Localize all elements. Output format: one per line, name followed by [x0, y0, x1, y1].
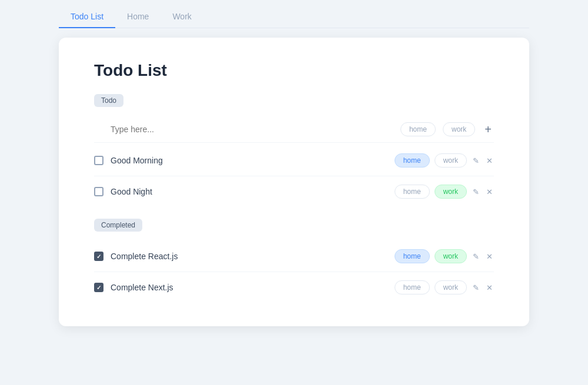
edit-icon-good-night[interactable]: ✎ [472, 186, 480, 197]
tab-home[interactable]: Home [115, 6, 161, 28]
tabs-bar: Todo List Home Work [59, 6, 529, 28]
todo-item-good-morning: Good Morning home work ✎ ✕ [94, 145, 494, 176]
tag-work-good-morning[interactable]: work [435, 153, 467, 168]
item-actions-complete-reactjs: home work ✎ ✕ [395, 249, 494, 263]
input-tag-home[interactable]: home [400, 122, 436, 136]
item-text-good-night: Good Night [111, 187, 387, 196]
tag-work-good-night[interactable]: work [435, 185, 467, 199]
checkbox-good-night[interactable] [94, 187, 103, 196]
tab-todo-list[interactable]: Todo List [59, 6, 115, 28]
todo-input[interactable] [94, 125, 393, 134]
edit-icon-good-morning[interactable]: ✎ [472, 155, 480, 166]
checkbox-good-morning[interactable] [94, 156, 103, 165]
todo-section-label: Todo [94, 94, 123, 107]
tag-home-good-night[interactable]: home [395, 185, 430, 199]
tag-work-complete-reactjs[interactable]: work [435, 249, 467, 263]
checkbox-complete-reactjs[interactable] [94, 252, 103, 261]
edit-icon-complete-nextjs[interactable]: ✎ [472, 282, 480, 293]
tag-home-good-morning[interactable]: home [395, 153, 430, 168]
edit-icon-complete-reactjs[interactable]: ✎ [472, 251, 480, 262]
item-text-complete-nextjs: Complete Next.js [111, 283, 387, 292]
todo-section: Todo home work + Good Morning home work … [94, 94, 494, 207]
tag-home-complete-reactjs[interactable]: home [395, 249, 430, 263]
completed-section-label: Completed [94, 219, 142, 232]
input-tag-work[interactable]: work [443, 122, 475, 136]
completed-section: Completed Complete React.js home work ✎ … [94, 219, 494, 303]
app-container: Todo List Home Work Todo List Todo home … [0, 0, 588, 385]
item-text-good-morning: Good Morning [111, 156, 387, 165]
add-todo-button[interactable]: + [482, 123, 494, 135]
main-card: Todo List Todo home work + Good Morning … [59, 38, 529, 326]
tab-work[interactable]: Work [161, 6, 203, 28]
item-actions-complete-nextjs: home work ✎ ✕ [395, 280, 494, 294]
close-icon-good-night[interactable]: ✕ [485, 186, 494, 197]
tag-work-complete-nextjs[interactable]: work [435, 280, 467, 294]
close-icon-good-morning[interactable]: ✕ [485, 155, 494, 166]
tag-home-complete-nextjs[interactable]: home [395, 280, 430, 294]
todo-item-good-night: Good Night home work ✎ ✕ [94, 176, 494, 207]
close-icon-complete-reactjs[interactable]: ✕ [485, 251, 494, 262]
close-icon-complete-nextjs[interactable]: ✕ [485, 282, 494, 293]
item-text-complete-reactjs: Complete React.js [111, 252, 387, 261]
todo-input-row: home work + [94, 116, 494, 143]
item-actions-good-night: home work ✎ ✕ [395, 185, 494, 199]
page-title: Todo List [94, 61, 494, 80]
todo-item-complete-reactjs: Complete React.js home work ✎ ✕ [94, 241, 494, 272]
checkbox-complete-nextjs[interactable] [94, 283, 103, 292]
todo-item-complete-nextjs: Complete Next.js home work ✎ ✕ [94, 272, 494, 303]
item-actions-good-morning: home work ✎ ✕ [395, 153, 494, 168]
